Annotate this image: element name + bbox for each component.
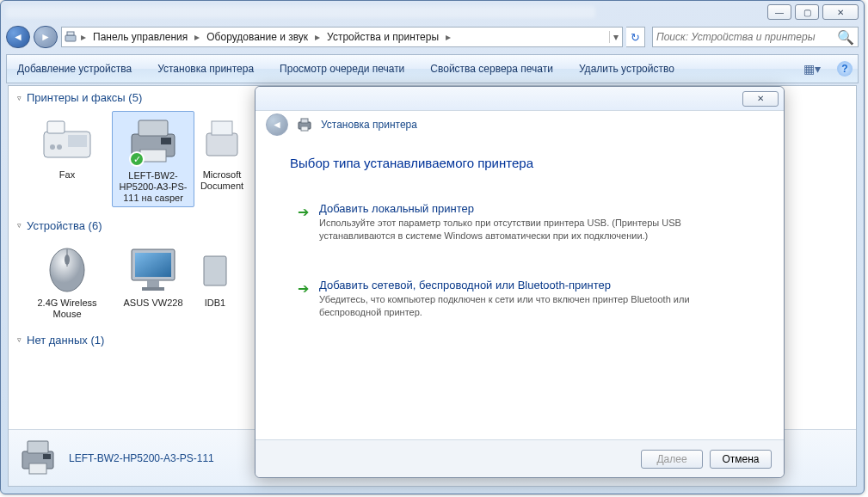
dialog-close-button[interactable]: ✕	[742, 91, 779, 107]
option-desc: Используйте этот параметр только при отс…	[319, 217, 742, 242]
svg-rect-22	[28, 441, 48, 453]
printer-icon	[17, 438, 58, 479]
option-desc: Убедитесь, что компьютер подключен к сет…	[319, 293, 742, 319]
device-partial[interactable]: IDB1	[198, 239, 232, 322]
view-queue-button[interactable]: Просмотр очереди печати	[274, 59, 409, 78]
svg-rect-8	[139, 120, 168, 136]
add-printer-button[interactable]: Установка принтера	[152, 59, 259, 78]
svg-rect-11	[206, 133, 237, 156]
search-box[interactable]: 🔍	[652, 27, 859, 47]
dialog-titlebar: ✕	[255, 87, 784, 111]
next-button[interactable]: Далее	[641, 450, 703, 469]
svg-rect-1	[67, 32, 74, 35]
svg-rect-20	[204, 256, 226, 285]
minimize-button[interactable]: —	[767, 4, 791, 20]
add-printer-dialog: ✕ ◄ Установка принтера Выбор типа устана…	[255, 86, 785, 478]
device-label: ASUS VW228	[123, 298, 182, 309]
navbar: ◄ ► ▸ Панель управления ▸ Оборудование и…	[6, 23, 859, 51]
arrow-right-icon: ➔	[298, 204, 309, 242]
remove-device-button[interactable]: Удалить устройство	[574, 59, 680, 78]
dialog-back-button[interactable]: ◄	[266, 114, 288, 136]
group-devices-title: Устройства (6)	[27, 219, 102, 232]
chevron-icon: ▸	[193, 31, 201, 43]
chevron-icon: ▸	[444, 31, 452, 43]
option-text: Добавить сетевой, беспроводной или Bluet…	[319, 279, 742, 319]
device-fax[interactable]: Fax	[26, 111, 108, 207]
device-label: IDB1	[205, 298, 225, 309]
option-title: Добавить локальный принтер	[319, 202, 742, 215]
view-mode-button[interactable]: ▦▾	[803, 59, 822, 78]
dialog-title: Выбор типа устанавливаемого принтера	[290, 156, 749, 170]
device-label: Microsoft Document	[200, 169, 244, 192]
option-network-printer[interactable]: ➔ Добавить сетевой, беспроводной или Blu…	[290, 269, 749, 328]
printer-icon	[297, 118, 312, 132]
refresh-button[interactable]: ↻	[626, 27, 645, 47]
window-controls: — ▢ ✕	[767, 4, 859, 20]
printer-icon	[205, 113, 239, 168]
dialog-footer: Далее Отмена	[255, 439, 784, 477]
device-label: 2.4G Wireless Mouse	[28, 298, 107, 320]
fax-icon	[36, 113, 98, 168]
cancel-button[interactable]: Отмена	[710, 450, 772, 469]
device-printer-selected[interactable]: ✓ LEFT-BW2-HP5200-A3-PS-111 на casper	[112, 111, 194, 207]
option-local-printer[interactable]: ➔ Добавить локальный принтер Используйте…	[290, 193, 749, 252]
svg-point-6	[57, 144, 62, 150]
svg-rect-27	[301, 126, 308, 131]
breadcrumb-devices[interactable]: Устройства и принтеры	[322, 28, 444, 46]
hdd-icon	[202, 241, 228, 296]
maximize-button[interactable]: ▢	[795, 4, 819, 20]
device-monitor[interactable]: ASUS VW228	[112, 239, 194, 322]
default-check-icon: ✓	[129, 151, 145, 167]
server-props-button[interactable]: Свойства сервера печати	[425, 59, 558, 78]
collapse-icon: ▿	[17, 221, 22, 230]
dialog-header: ◄ Установка принтера	[255, 111, 784, 138]
group-nodata-title: Нет данных (1)	[27, 334, 104, 347]
monitor-icon	[122, 241, 184, 296]
collapse-icon: ▿	[17, 94, 22, 102]
devices-icon	[62, 28, 79, 46]
search-icon: 🔍	[837, 29, 854, 46]
device-label: Fax	[59, 169, 75, 181]
option-title: Добавить сетевой, беспроводной или Bluet…	[319, 279, 742, 291]
breadcrumb[interactable]: ▸ Панель управления ▸ Оборудование и зву…	[61, 27, 623, 47]
svg-rect-3	[47, 121, 65, 133]
chevron-icon: ▸	[313, 31, 322, 43]
device-printer-partial[interactable]: Microsoft Document	[198, 111, 246, 207]
svg-rect-19	[142, 287, 164, 291]
svg-rect-26	[301, 119, 308, 123]
svg-rect-17	[135, 253, 171, 277]
history-dropdown[interactable]: ▾	[609, 31, 622, 43]
svg-rect-24	[43, 454, 51, 459]
search-input[interactable]	[656, 31, 837, 43]
device-label: LEFT-BW2-HP5200-A3-PS-111 на casper	[114, 170, 192, 205]
toolbar: Добавление устройства Установка принтера…	[6, 54, 859, 83]
svg-point-5	[50, 144, 55, 150]
mouse-icon	[36, 241, 98, 296]
breadcrumb-control-panel[interactable]: Панель управления	[88, 28, 193, 46]
back-button[interactable]: ◄	[6, 26, 30, 48]
svg-rect-18	[147, 280, 159, 287]
svg-rect-4	[68, 135, 87, 147]
collapse-icon: ▿	[17, 335, 22, 344]
svg-rect-12	[212, 121, 232, 135]
dialog-header-text: Установка принтера	[321, 119, 417, 131]
device-mouse[interactable]: 2.4G Wireless Mouse	[26, 239, 108, 322]
dialog-body: Выбор типа устанавливаемого принтера ➔ Д…	[255, 138, 784, 439]
title-blur	[6, 6, 595, 18]
breadcrumb-hardware[interactable]: Оборудование и звук	[201, 28, 313, 46]
help-button[interactable]: ?	[837, 61, 853, 77]
svg-rect-23	[29, 463, 46, 474]
add-device-button[interactable]: Добавление устройства	[12, 59, 137, 78]
group-printers-title: Принтеры и факсы (5)	[27, 91, 142, 104]
titlebar: — ▢ ✕	[1, 1, 864, 23]
svg-rect-0	[65, 35, 76, 41]
chevron-icon: ▸	[79, 31, 88, 43]
svg-rect-10	[161, 138, 171, 144]
close-button[interactable]: ✕	[822, 4, 859, 20]
printer-icon: ✓	[122, 114, 184, 169]
forward-button[interactable]: ►	[34, 26, 58, 48]
option-text: Добавить локальный принтер Используйте э…	[319, 202, 742, 242]
arrow-right-icon: ➔	[298, 280, 309, 319]
svg-point-15	[65, 255, 70, 265]
details-title: LEFT-BW2-HP5200-A3-PS-111	[69, 452, 214, 464]
